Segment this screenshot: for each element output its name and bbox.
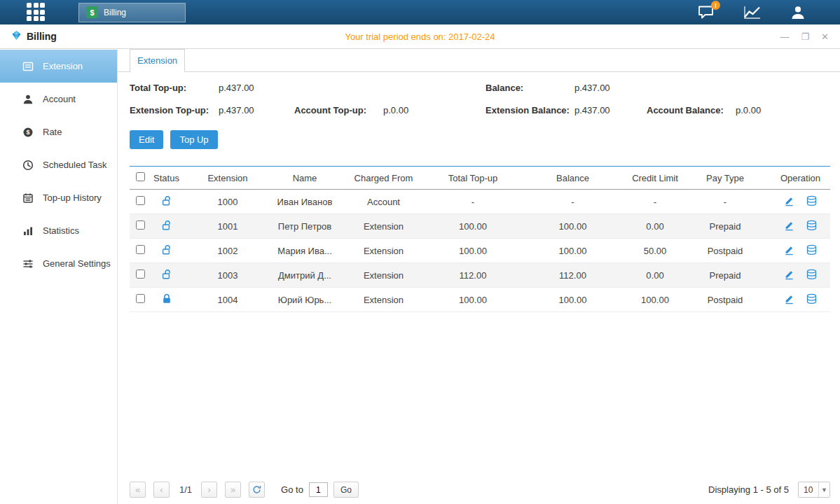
cell-name: Мария Ива... xyxy=(273,239,336,263)
column-header-total-top-up: Total Top-up xyxy=(431,167,515,190)
balance-value: p.437.00 xyxy=(574,83,610,93)
cell-credit-limit: 100.00 xyxy=(631,288,680,312)
row-checkbox[interactable] xyxy=(136,270,145,279)
titlebar: Billing Your trial period ends on: 2017-… xyxy=(0,24,840,49)
row-checkbox[interactable] xyxy=(136,245,145,254)
row-checkbox[interactable] xyxy=(136,196,145,205)
maximize-button[interactable]: ❐ xyxy=(801,32,809,41)
app-window: $ Billing ! Billing Your trial period en… xyxy=(0,0,840,504)
billing-summary: Total Top-up:p.437.00 Balance:p.437.00 E… xyxy=(130,83,830,115)
page-size-select[interactable]: 10 ▼ xyxy=(798,482,830,498)
notifications-icon[interactable]: ! xyxy=(698,5,715,20)
table-header-row: StatusExtensionNameCharged FromTotal Top… xyxy=(130,167,830,190)
row-select-cell xyxy=(130,263,151,288)
extension-topup-value: p.437.00 xyxy=(219,105,254,115)
cell-status xyxy=(151,288,182,312)
last-page-button[interactable]: » xyxy=(225,482,241,498)
cell-charged-from: Extension xyxy=(336,263,431,288)
cell-operation xyxy=(771,263,830,288)
rate-icon: $ xyxy=(22,127,34,138)
edit-icon[interactable] xyxy=(784,244,794,258)
cell-balance: 100.00 xyxy=(515,288,631,312)
sidebar-item-account[interactable]: Account xyxy=(0,83,117,115)
displaying-text: Displaying 1 - 5 of 5 xyxy=(708,484,789,495)
column-header-operation: Operation xyxy=(771,167,830,190)
lock-closed-icon xyxy=(162,293,172,307)
extension-balance-value: p.437.00 xyxy=(574,105,610,115)
table-row: 1002Мария Ива...Extension100.00100.0050.… xyxy=(130,239,830,263)
statistics-chart-icon[interactable] xyxy=(743,5,762,20)
billing-logo-icon xyxy=(11,30,22,43)
extension-icon xyxy=(22,61,34,72)
cell-balance: 112.00 xyxy=(515,263,631,288)
cell-operation xyxy=(771,190,830,214)
total-topup-label: Total Top-up: xyxy=(130,83,219,93)
top-up-icon[interactable] xyxy=(806,244,818,258)
sidebar-item-rate[interactable]: $Rate xyxy=(0,115,117,148)
row-checkbox[interactable] xyxy=(136,294,145,303)
cell-name: Петр Петров xyxy=(273,214,336,239)
edit-icon[interactable] xyxy=(784,220,794,233)
cell-operation xyxy=(771,288,830,312)
apps-grid-icon[interactable] xyxy=(27,3,48,22)
column-header-charged-from: Charged From xyxy=(336,167,431,190)
refresh-button[interactable] xyxy=(249,482,265,498)
cell-credit-limit: 50.00 xyxy=(631,239,680,263)
cell-charged-from: Extension xyxy=(336,239,431,263)
account-topup-value: p.0.00 xyxy=(383,105,408,115)
page-indicator: 1/1 xyxy=(179,484,192,495)
row-checkbox[interactable] xyxy=(136,220,145,230)
notification-badge: ! xyxy=(711,1,720,10)
table-row: 1001Петр ПетровExtension100.00100.000.00… xyxy=(130,214,830,239)
cell-charged-from: Extension xyxy=(336,214,431,239)
top-up-icon[interactable] xyxy=(806,220,818,233)
edit-icon[interactable] xyxy=(784,293,794,307)
top-up-icon[interactable] xyxy=(806,293,818,307)
topbar-tab-billing[interactable]: $ Billing xyxy=(78,3,186,22)
cell-operation xyxy=(771,214,830,239)
select-all-checkbox[interactable] xyxy=(136,172,145,181)
lock-open-icon xyxy=(162,269,172,282)
sidebar-item-statistics[interactable]: Statistics xyxy=(0,214,117,247)
prev-page-button[interactable]: ‹ xyxy=(153,482,170,498)
tabs-bar: Extension xyxy=(118,49,840,72)
total-topup-value: p.437.00 xyxy=(219,83,254,93)
top-up-icon[interactable] xyxy=(806,269,818,282)
user-icon[interactable] xyxy=(790,5,806,20)
sidebar-item-label: Extension xyxy=(43,61,83,71)
cell-credit-limit: - xyxy=(631,190,680,214)
cell-status xyxy=(151,263,182,288)
tab-extension[interactable]: Extension xyxy=(130,49,185,72)
close-button[interactable]: ✕ xyxy=(821,32,829,41)
account-balance-value: p.0.00 xyxy=(736,105,761,115)
svg-text:$: $ xyxy=(26,129,29,136)
top-up-icon[interactable] xyxy=(806,195,818,209)
go-button[interactable]: Go xyxy=(333,482,359,498)
cell-extension: 1001 xyxy=(182,214,273,239)
row-select-cell xyxy=(130,214,151,239)
page-size-value: 10 xyxy=(799,485,818,495)
table-row: 1000Иван ИвановAccount---- xyxy=(130,190,830,214)
column-header-credit-limit: Credit Limit xyxy=(631,167,680,190)
first-page-button[interactable]: « xyxy=(130,482,146,498)
cell-name: Юрий Юрь... xyxy=(273,288,336,312)
edit-icon[interactable] xyxy=(784,195,794,209)
sidebar-item-scheduled-task[interactable]: Scheduled Task xyxy=(0,148,117,181)
extension-balance-label: Extension Balance: xyxy=(486,105,574,115)
goto-page-input[interactable] xyxy=(309,482,328,497)
lock-open-icon xyxy=(162,220,172,233)
cell-balance: 100.00 xyxy=(515,214,631,239)
edit-icon[interactable] xyxy=(784,269,794,282)
top-up-button[interactable]: Top Up xyxy=(170,130,217,149)
sidebar-item-general-settings[interactable]: General Settings xyxy=(0,247,117,280)
lock-open-icon xyxy=(162,244,172,258)
sidebar-item-top-up-history[interactable]: Top-up History xyxy=(0,181,117,214)
minimize-button[interactable]: — xyxy=(780,32,789,41)
cell-credit-limit: 0.00 xyxy=(631,214,680,239)
sidebar-item-label: Top-up History xyxy=(43,192,102,203)
next-page-button[interactable]: › xyxy=(201,482,217,498)
edit-button[interactable]: Edit xyxy=(130,130,163,149)
cell-extension: 1003 xyxy=(182,263,273,288)
chevron-down-icon: ▼ xyxy=(818,482,829,497)
sidebar-item-extension[interactable]: Extension xyxy=(0,50,117,83)
